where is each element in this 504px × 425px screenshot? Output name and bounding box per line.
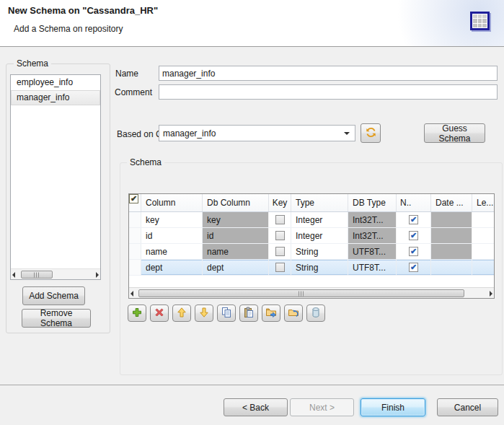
column-cell[interactable]: dept	[141, 260, 203, 275]
table-row[interactable]: namenameStringUTF8T...	[129, 244, 494, 260]
page-subtitle: Add a Schema on repository	[14, 24, 123, 34]
wizard-header: New Schema on "Cassandra_HR" Add a Schem…	[0, 0, 504, 47]
paste-icon	[243, 307, 255, 320]
comment-field[interactable]	[159, 84, 498, 100]
name-label: Name	[115, 69, 138, 79]
nullable-checkbox-cell[interactable]	[397, 212, 431, 227]
table-grid-icon	[470, 12, 490, 30]
column-header-type[interactable]: Type	[291, 194, 348, 211]
comment-label: Comment	[115, 87, 152, 97]
table-row[interactable]: ididIntegerInt32T...	[129, 228, 494, 244]
remove-schema-button[interactable]: Remove Schema	[22, 309, 91, 328]
column-family-value: manager_info	[159, 128, 344, 139]
arrow-up-icon	[176, 307, 187, 320]
key-checkbox-cell[interactable]	[269, 212, 291, 227]
key-checkbox[interactable]	[275, 263, 285, 272]
add-row-button[interactable]	[128, 304, 146, 322]
guess-schema-button[interactable]: Guess Schema	[424, 123, 485, 143]
key-checkbox[interactable]	[275, 215, 285, 224]
key-checkbox-cell[interactable]	[269, 244, 291, 259]
length-cell	[472, 260, 494, 275]
db-column-cell: name	[203, 244, 269, 259]
scroll-right-icon[interactable]	[490, 291, 492, 297]
refresh-column-families-button[interactable]	[361, 123, 381, 143]
row-header-cell	[129, 260, 141, 275]
select-all-checkbox[interactable]	[129, 194, 138, 203]
page-title: New Schema on "Cassandra_HR"	[8, 5, 158, 16]
paste-button[interactable]	[239, 304, 258, 322]
move-up-button[interactable]	[172, 304, 191, 322]
schema-list[interactable]: employee_infomanager_info	[10, 74, 101, 280]
schema-table: Column Db Column Key Type DB Type N.. Da…	[128, 193, 495, 299]
nullable-checkbox[interactable]	[409, 247, 418, 256]
key-checkbox-cell[interactable]	[269, 260, 291, 275]
scroll-left-icon[interactable]	[12, 272, 15, 278]
length-cell	[472, 212, 494, 227]
column-header-key[interactable]: Key	[269, 194, 291, 211]
table-header-row: Column Db Column Key Type DB Type N.. Da…	[129, 194, 494, 212]
nullable-checkbox[interactable]	[409, 215, 418, 224]
key-checkbox-cell[interactable]	[269, 228, 291, 243]
scroll-right-icon[interactable]	[96, 272, 99, 278]
export-schema-button[interactable]	[262, 304, 280, 322]
next-button[interactable]: Next >	[290, 398, 354, 416]
column-header-column[interactable]: Column	[141, 194, 203, 211]
table-row[interactable]: deptdeptStringUTF8T...	[129, 260, 494, 276]
delete-row-button[interactable]	[150, 304, 169, 322]
date-pattern-cell	[431, 228, 472, 243]
column-header-length[interactable]: Le...	[472, 194, 494, 211]
nullable-checkbox-cell[interactable]	[397, 244, 431, 259]
move-down-button[interactable]	[195, 304, 213, 322]
type-cell[interactable]: Integer	[291, 228, 348, 243]
date-pattern-cell	[431, 244, 472, 259]
column-cell[interactable]: key	[141, 212, 203, 227]
copy-button[interactable]	[217, 304, 236, 322]
length-cell	[472, 244, 494, 259]
back-button[interactable]: < Back	[224, 398, 288, 416]
table-hscrollbar	[129, 287, 494, 298]
db-type-cell: Int32T...	[348, 228, 397, 243]
nullable-checkbox-cell[interactable]	[397, 260, 431, 275]
nullable-checkbox[interactable]	[409, 231, 418, 240]
table-row[interactable]: keykeyIntegerInt32T...	[129, 212, 494, 228]
reset-db-types-button[interactable]	[306, 304, 325, 322]
arrow-down-icon	[198, 307, 210, 320]
nullable-checkbox[interactable]	[409, 263, 418, 272]
import-folder-icon	[288, 307, 299, 320]
row-header-cell	[129, 212, 141, 227]
column-header-db-column[interactable]: Db Column	[203, 194, 269, 211]
key-checkbox[interactable]	[275, 231, 285, 240]
schema-list-group-label: Schema	[14, 58, 51, 69]
db-column-cell: key	[203, 212, 269, 227]
scrollbar-thumb[interactable]	[21, 271, 53, 279]
plus-icon	[131, 307, 143, 320]
import-schema-button[interactable]	[284, 304, 303, 322]
scroll-left-icon[interactable]	[131, 291, 133, 297]
schema-table-group-label: Schema	[127, 157, 164, 167]
cancel-button[interactable]: Cancel	[437, 398, 498, 416]
column-header-date-pattern[interactable]: Date ...	[431, 194, 472, 211]
list-item[interactable]: manager_info	[11, 90, 100, 105]
footer-divider	[0, 385, 504, 385]
nullable-checkbox-cell[interactable]	[397, 228, 431, 243]
finish-button[interactable]: Finish	[361, 398, 425, 416]
type-cell[interactable]: String	[291, 260, 348, 275]
row-header-cell	[129, 244, 141, 259]
add-schema-button[interactable]: Add Schema	[22, 286, 85, 305]
db-type-cell: UTF8T...	[348, 260, 397, 275]
column-family-select[interactable]: manager_info	[159, 125, 355, 141]
type-cell[interactable]: Integer	[291, 212, 348, 227]
scrollbar-thumb[interactable]	[138, 289, 464, 297]
column-cell[interactable]: name	[141, 244, 203, 259]
column-header-nullable[interactable]: N..	[397, 194, 431, 211]
column-header-db-type[interactable]: DB Type	[348, 194, 397, 211]
type-cell[interactable]: String	[291, 244, 348, 259]
delete-x-icon	[154, 307, 165, 320]
key-checkbox[interactable]	[275, 247, 285, 256]
new-schema-wizard: New Schema on "Cassandra_HR" Add a Schem…	[0, 0, 504, 425]
list-item[interactable]: employee_info	[11, 75, 100, 90]
name-field[interactable]	[159, 66, 498, 81]
row-header-cell	[129, 228, 141, 243]
db-column-cell: id	[203, 228, 269, 243]
column-cell[interactable]: id	[141, 228, 203, 243]
